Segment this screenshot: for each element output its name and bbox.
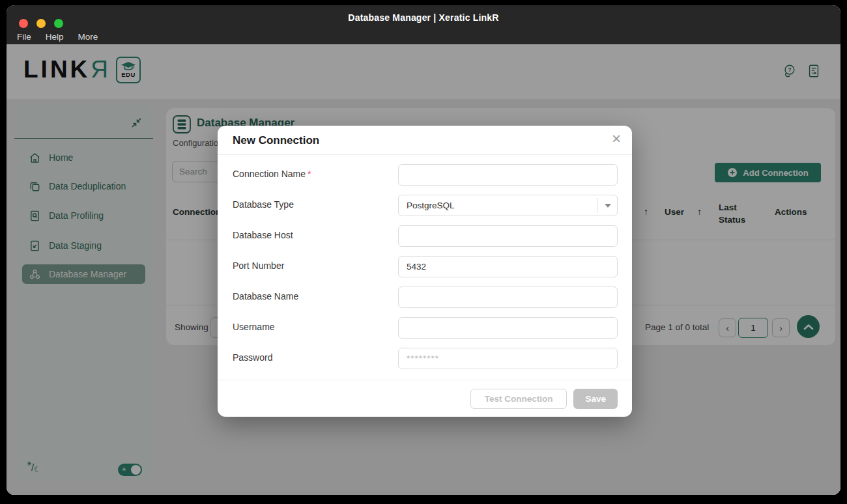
test-connection-button[interactable]: Test Connection [470, 389, 567, 409]
port-number-input[interactable] [398, 256, 618, 277]
select-separator [597, 198, 597, 213]
chevron-down-icon [605, 204, 611, 208]
save-button[interactable]: Save [573, 389, 618, 409]
field-label-port-number: Port Number [233, 256, 398, 271]
database-name-input[interactable] [398, 287, 618, 308]
modal-title: New Connection [233, 134, 319, 147]
app-window: Database Manager | Xeratic LinkR File He… [7, 5, 840, 495]
username-input[interactable] [398, 317, 618, 339]
modal-body: Connection Name* Database Type PostgreSQ… [218, 155, 632, 369]
field-label-database-host: Database Host [233, 225, 398, 240]
required-asterisk: * [308, 169, 311, 179]
window-title: Database Manager | Xeratic LinkR [7, 12, 840, 23]
password-input[interactable] [398, 348, 618, 369]
database-type-select[interactable]: PostgreSQL [398, 195, 618, 216]
field-label-database-name: Database Name [233, 287, 398, 301]
menu-file[interactable]: File [17, 32, 31, 42]
database-type-value: PostgreSQL [407, 201, 455, 210]
title-bar: Database Manager | Xeratic LinkR File He… [7, 5, 840, 44]
field-label-database-type: Database Type [233, 195, 398, 210]
menu-bar: File Help More [17, 32, 98, 42]
new-connection-modal: New Connection × Connection Name* Databa… [218, 126, 632, 417]
field-label-password: Password [233, 348, 398, 363]
field-label-connection-name: Connection Name* [233, 164, 398, 179]
close-icon[interactable]: × [612, 131, 621, 147]
modal-header: New Connection × [218, 126, 632, 155]
database-host-input[interactable] [398, 225, 618, 247]
field-label-username: Username [233, 317, 398, 332]
modal-footer: Test Connection Save [218, 380, 632, 417]
menu-more[interactable]: More [78, 32, 98, 42]
connection-name-input[interactable] [398, 164, 618, 186]
menu-help[interactable]: Help [46, 32, 64, 42]
